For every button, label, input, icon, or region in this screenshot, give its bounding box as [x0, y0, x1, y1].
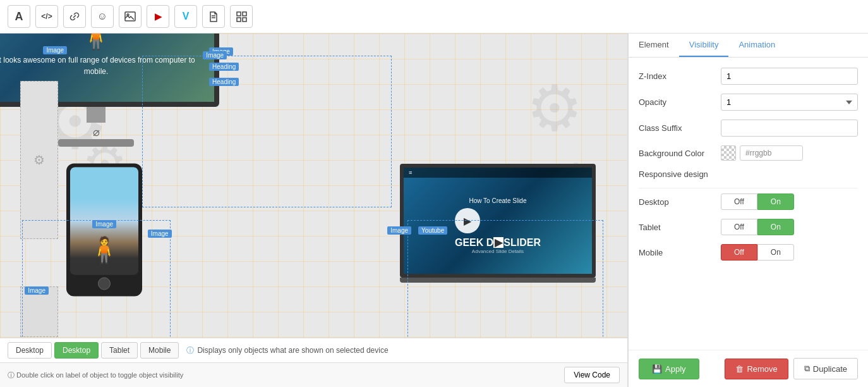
- color-value: #rrggbb: [740, 145, 803, 161]
- duplicate-label: Duplicate: [813, 364, 847, 374]
- view-code-button[interactable]: View Code: [564, 367, 620, 383]
- class-suffix-row: Class Suffix: [639, 120, 858, 137]
- laptop-title: GEEK D▶SLIDER: [455, 236, 541, 249]
- remove-button[interactable]: 🗑 Remove: [725, 359, 788, 379]
- divider-1: [639, 188, 858, 188]
- apply-button[interactable]: 💾 Apply: [639, 359, 699, 379]
- z-index-row: Z-Index: [639, 68, 858, 85]
- tablet-toggle-group: Off On: [721, 219, 858, 235]
- emoji-tool-button[interactable]: ☺: [91, 5, 114, 28]
- text-tool-button[interactable]: A: [8, 5, 30, 28]
- image-tool-button[interactable]: [119, 5, 142, 28]
- element-label-image2[interactable]: Image: [43, 46, 67, 54]
- desktop-on-btn[interactable]: On: [757, 194, 794, 210]
- mobile-toggle: Off On: [721, 244, 858, 261]
- right-panel: Element Visibility Animation Z-Index Opa…: [628, 34, 868, 387]
- gear-bg-3: ⚙: [526, 71, 583, 145]
- desktop-row: Desktop Off On: [639, 194, 858, 210]
- widget-tool-button[interactable]: [230, 5, 253, 28]
- laptop-screen-content: ≡ How To Create Slide ▶ GEEK D▶SLIDER Ad…: [404, 168, 592, 274]
- mobile-off-btn[interactable]: Off: [721, 244, 757, 261]
- canvas-viewport[interactable]: Image Image Heading Heading Image Image …: [0, 34, 627, 338]
- opacity-row: Opacity 1 0.9 0.8 0.5: [639, 94, 858, 111]
- file-tool-button[interactable]: [202, 5, 225, 28]
- element-label-image3[interactable]: Image: [92, 220, 116, 228]
- tablet-toggle: Off On: [721, 219, 858, 235]
- remove-label: Remove: [747, 364, 777, 374]
- element-label-laptop-img[interactable]: Image: [387, 226, 411, 235]
- laptop-mockup: ≡ How To Create Slide ▶ GEEK D▶SLIDER Ad…: [400, 164, 596, 283]
- left-image-placeholder: ⚙: [20, 81, 58, 239]
- status-hint: ⓘ Double click on label of object to tog…: [8, 371, 183, 380]
- opacity-label: Opacity: [639, 97, 721, 107]
- class-suffix-label: Class Suffix: [639, 123, 721, 133]
- svg-rect-7: [243, 18, 246, 22]
- status-bar: ⓘ Double click on label of object to tog…: [0, 362, 627, 387]
- color-swatch[interactable]: [721, 145, 736, 161]
- element-label-heading2[interactable]: Heading: [209, 78, 239, 86]
- youtube-tool-button[interactable]: ▶: [147, 5, 169, 28]
- tab-visibility[interactable]: Visibility: [679, 34, 729, 57]
- info-icon: ⓘ: [186, 345, 194, 356]
- desktop-label: Desktop: [639, 197, 721, 207]
- panel-content: Z-Index Opacity 1 0.9 0.8 0.5: [629, 58, 868, 350]
- laptop-menu-icon: ≡: [409, 169, 412, 176]
- apply-label: Apply: [665, 364, 686, 374]
- mobile-on-btn[interactable]: On: [757, 244, 794, 261]
- play-button[interactable]: ▶: [455, 208, 480, 233]
- tablet-label: Tablet: [639, 223, 721, 232]
- color-input-group: #rrggbb: [721, 145, 858, 161]
- tab-element[interactable]: Element: [629, 34, 679, 57]
- desktop-off-btn[interactable]: Off: [721, 194, 757, 210]
- laptop-screen: ≡ How To Create Slide ▶ GEEK D▶SLIDER Ad…: [400, 164, 596, 278]
- element-label-youtube[interactable]: Youtube: [418, 226, 447, 235]
- responsive-header-row: Responsive design: [639, 169, 858, 179]
- device-bar: Desktop Desktop Tablet Mobile ⓘ Displays…: [0, 338, 627, 362]
- tablet-on-btn[interactable]: On: [757, 219, 794, 235]
- vimeo-tool-button[interactable]: V: [174, 5, 197, 28]
- desktop-tab[interactable]: Desktop: [54, 342, 99, 359]
- opacity-control: 1 0.9 0.8 0.5: [721, 94, 858, 111]
- svg-rect-4: [237, 12, 241, 16]
- element-label-image-inner[interactable]: Image: [203, 51, 227, 59]
- laptop-subtitle: Advanced Slide Details: [455, 249, 541, 254]
- class-suffix-control: [721, 120, 858, 137]
- canvas-area: Image Image Heading Heading Image Image …: [0, 34, 628, 387]
- tablet-row: Tablet Off On: [639, 219, 858, 235]
- apply-icon: 💾: [652, 364, 662, 374]
- responsive-label: Responsive design: [639, 169, 721, 179]
- device-info: ⓘ Displays only objects what are shown o…: [186, 345, 388, 356]
- z-index-control: [721, 68, 858, 85]
- mobile-tab[interactable]: Mobile: [140, 342, 179, 359]
- opacity-select[interactable]: 1 0.9 0.8 0.5: [721, 94, 858, 111]
- laptop-how-to: How To Create Slide: [455, 197, 541, 204]
- code-tool-button[interactable]: </>: [35, 5, 58, 28]
- class-suffix-input[interactable]: [721, 120, 858, 137]
- tablet-tab[interactable]: Tablet: [101, 342, 138, 359]
- tab-animation[interactable]: Animation: [728, 34, 785, 57]
- laptop-menu-bar: ≡: [404, 168, 592, 178]
- link-tool-button[interactable]: [63, 5, 86, 28]
- device-info-text: Displays only objects what are shown on …: [197, 346, 388, 355]
- element-label-heading1[interactable]: Heading: [209, 63, 239, 71]
- tablet-off-btn[interactable]: Off: [721, 219, 757, 235]
- any-devices-tab[interactable]: Desktop: [8, 342, 52, 359]
- laptop-base: [400, 278, 596, 283]
- duplicate-icon: ⧉: [804, 364, 810, 374]
- svg-rect-6: [237, 18, 241, 22]
- monitor-body: It looks awesome on full range of device…: [0, 54, 202, 77]
- phone-home-button: [98, 278, 111, 290]
- phone-mockup: 🧍: [66, 164, 142, 297]
- element-label-small[interactable]: Image: [25, 286, 49, 295]
- monitor-stand-neck: [87, 107, 105, 123]
- duplicate-button[interactable]: ⧉ Duplicate: [793, 358, 858, 379]
- z-index-input[interactable]: [721, 68, 858, 85]
- element-label-phone[interactable]: Image: [148, 230, 172, 238]
- bg-color-control: #rrggbb: [721, 145, 858, 161]
- z-index-label: Z-Index: [639, 71, 721, 81]
- canvas-content: Image Image Heading Heading Image Image …: [6, 40, 621, 331]
- panel-tabs: Element Visibility Animation: [629, 34, 868, 58]
- monitor-stand-base: [58, 139, 134, 147]
- svg-rect-5: [243, 12, 246, 16]
- phone-person: 🧍: [88, 237, 120, 262]
